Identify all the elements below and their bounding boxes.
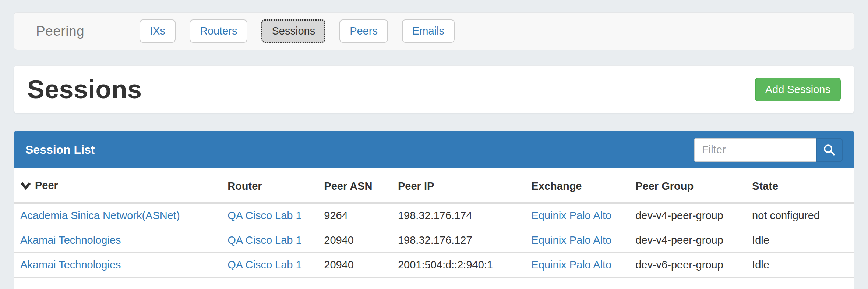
router-link[interactable]: QA Cisco Lab 1 — [227, 210, 302, 221]
peer-asn-value: 20940 — [318, 253, 392, 277]
session-list-header: Session List — [14, 131, 854, 168]
tab-emails[interactable]: Emails — [402, 19, 455, 43]
peer-link[interactable]: Akamai Technologies — [20, 259, 121, 271]
exchange-link[interactable]: Equinix Palo Alto — [531, 259, 611, 271]
exchange-link[interactable]: Equinix Palo Alto — [531, 234, 611, 246]
panel-title: Session List — [25, 143, 95, 157]
peer-asn-value: 20940 — [318, 228, 392, 253]
router-link[interactable]: QA Cisco Lab 1 — [227, 259, 302, 271]
page-title: Sessions — [27, 75, 142, 104]
peer-asn-value: 9264 — [318, 203, 392, 228]
app-brand: Peering — [25, 24, 95, 39]
chevron-down-icon — [20, 181, 31, 193]
filter-group — [694, 138, 843, 162]
column-header-peer[interactable]: Peer — [14, 168, 222, 203]
page-header-card: Sessions Add Sessions — [14, 65, 854, 113]
tab-routers[interactable]: Routers — [190, 19, 248, 43]
peer-ip-value: 198.32.176.127 — [392, 228, 526, 253]
session-list-panel: Session List — [14, 131, 854, 289]
peer-group-value: dev-v4-peer-group — [629, 203, 746, 228]
tab-peers[interactable]: Peers — [339, 19, 388, 43]
table-row: Academia Sinica Network(ASNet) QA Cisco … — [14, 203, 854, 228]
search-icon — [823, 143, 836, 157]
column-header-exchange[interactable]: Exchange — [525, 168, 629, 203]
column-header-router[interactable]: Router — [222, 168, 318, 203]
peer-group-value: dev-v4-peer-group — [629, 228, 746, 253]
table-row: Akamai Technologies QA Cisco Lab 1 20940… — [14, 228, 854, 253]
top-navbar: Peering IXs Routers Sessions Peers Email… — [14, 12, 854, 50]
peer-ip-value: 2001:504:d::2:940:1 — [392, 253, 526, 277]
column-header-peer-ip[interactable]: Peer IP — [392, 168, 526, 203]
add-sessions-button[interactable]: Add Sessions — [755, 78, 841, 101]
tab-sessions[interactable]: Sessions — [261, 19, 325, 43]
column-header-state[interactable]: State — [746, 168, 854, 203]
table-row: Akamai Technologies QA Cisco Lab 1 20940… — [14, 253, 854, 277]
state-value: not configured — [746, 203, 854, 228]
table-header-row: Peer Router Peer ASN Peer IP Exchange Pe… — [14, 168, 854, 203]
peer-ip-value: 198.32.176.174 — [392, 203, 526, 228]
router-link[interactable]: QA Cisco Lab 1 — [227, 234, 302, 246]
sessions-table: Peer Router Peer ASN Peer IP Exchange Pe… — [14, 168, 854, 278]
column-header-peer-group[interactable]: Peer Group — [629, 168, 746, 203]
peer-link[interactable]: Academia Sinica Network(ASNet) — [20, 210, 180, 221]
filter-input[interactable] — [694, 138, 816, 162]
peer-link[interactable]: Akamai Technologies — [20, 234, 121, 246]
exchange-link[interactable]: Equinix Palo Alto — [531, 210, 611, 221]
state-value: Idle — [746, 253, 854, 277]
filter-search-button[interactable] — [816, 138, 843, 162]
state-value: Idle — [746, 228, 854, 253]
tab-ixs[interactable]: IXs — [140, 19, 176, 43]
peer-group-value: dev-v6-peer-group — [629, 253, 746, 277]
column-header-peer-asn[interactable]: Peer ASN — [318, 168, 392, 203]
